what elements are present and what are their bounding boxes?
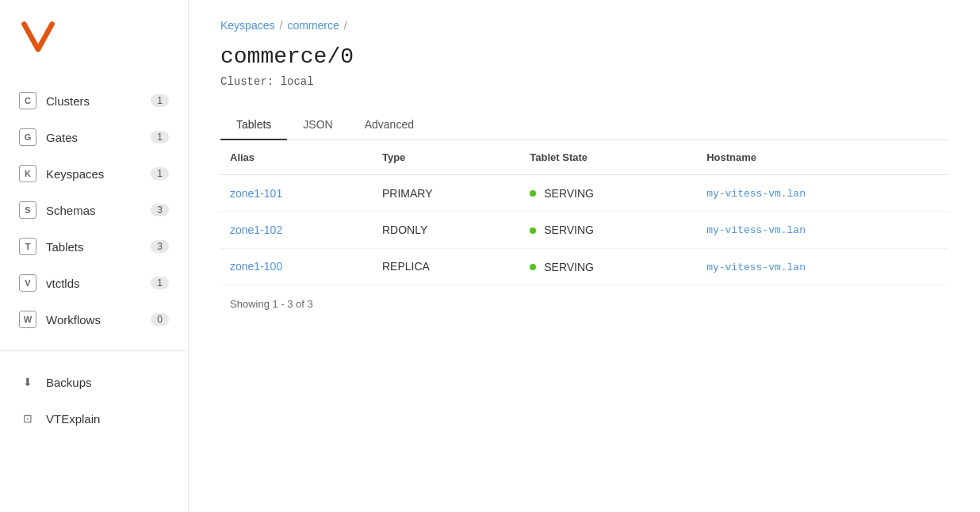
sidebar-item-clusters-label: Clusters	[46, 94, 90, 108]
cell-type-0: PRIMARY	[373, 175, 520, 212]
cell-state-0: SERVING	[520, 175, 697, 212]
clusters-badge: 1	[151, 94, 169, 107]
sidebar-item-backups-label: Backups	[46, 376, 92, 389]
breadcrumb-sep-2: /	[344, 19, 347, 32]
alias-link-0[interactable]: zone1-101	[230, 187, 282, 200]
tablets-icon: T	[19, 238, 36, 255]
sidebar-item-keyspaces-label: Keyspaces	[46, 167, 104, 181]
table-row: zone1-100 REPLICA SERVING my-vitess-vm.l…	[220, 248, 948, 285]
sidebar: C Clusters 1 G Gates 1 K Keyspaces 1 S S…	[0, 0, 189, 512]
tab-tablets[interactable]: Tablets	[220, 110, 287, 140]
cell-alias-2: zone1-100	[220, 248, 373, 285]
cell-state-2: SERVING	[520, 248, 697, 285]
serving-dot-1	[530, 227, 536, 234]
serving-text-0: SERVING	[544, 187, 594, 200]
hostname-link-1[interactable]: my-vitess-vm.lan	[706, 224, 806, 236]
hostname-link-0[interactable]: my-vitess-vm.lan	[706, 188, 806, 200]
tablets-table: Alias Type Tablet State Hostname zone1-1…	[220, 140, 948, 285]
breadcrumb-keyspaces[interactable]: Keyspaces	[220, 19, 274, 32]
sidebar-item-vtctlds-label: vtctlds	[46, 277, 80, 290]
sidebar-item-clusters[interactable]: C Clusters 1	[0, 82, 188, 119]
cluster-value: local	[281, 75, 314, 88]
col-hostname: Hostname	[697, 140, 948, 175]
serving-dot-0	[530, 190, 536, 197]
tabs: Tablets JSON Advanced	[220, 110, 948, 140]
breadcrumb-commerce[interactable]: commerce	[287, 19, 339, 32]
cell-alias-0: zone1-101	[220, 175, 373, 212]
cell-state-1: SERVING	[520, 212, 697, 248]
cell-type-2: REPLICA	[373, 248, 520, 285]
sidebar-item-keyspaces[interactable]: K Keyspaces 1	[0, 155, 188, 192]
sidebar-item-gates[interactable]: G Gates 1	[0, 119, 188, 155]
col-tablet-state: Tablet State	[520, 140, 697, 175]
gates-badge: 1	[151, 131, 169, 143]
backups-icon: ⬇	[19, 373, 36, 391]
cell-hostname-0: my-vitess-vm.lan	[697, 175, 948, 212]
sidebar-item-schemas-label: Schemas	[46, 204, 96, 217]
schemas-badge: 3	[151, 204, 169, 216]
col-type: Type	[373, 140, 520, 175]
cell-type-1: RDONLY	[373, 212, 520, 248]
tab-json[interactable]: JSON	[287, 110, 348, 140]
serving-dot-2	[530, 264, 536, 270]
sidebar-item-gates-label: Gates	[46, 131, 78, 144]
gates-icon: G	[19, 128, 36, 146]
vitess-logo	[19, 19, 57, 57]
sidebar-item-workflows[interactable]: W Workflows 0	[0, 301, 188, 338]
table-header-row: Alias Type Tablet State Hostname	[220, 140, 948, 175]
cluster-label: Cluster: local	[220, 75, 948, 88]
breadcrumb: Keyspaces / commerce /	[220, 19, 948, 32]
workflows-icon: W	[19, 311, 36, 328]
serving-text-2: SERVING	[544, 261, 594, 273]
clusters-icon: C	[19, 92, 36, 109]
cell-alias-1: zone1-102	[220, 212, 373, 248]
table-container: Alias Type Tablet State Hostname zone1-1…	[220, 140, 948, 310]
sidebar-divider	[0, 350, 188, 351]
col-alias: Alias	[220, 140, 373, 175]
vtctlds-icon: V	[19, 274, 36, 292]
sidebar-item-schemas[interactable]: S Schemas 3	[0, 192, 188, 228]
tablets-badge: 3	[151, 240, 169, 253]
vtexplain-icon: ⊡	[19, 410, 36, 427]
alias-link-2[interactable]: zone1-100	[230, 260, 282, 273]
page-title: commerce/0	[220, 44, 948, 69]
logo-area	[0, 0, 188, 82]
nav-items: C Clusters 1 G Gates 1 K Keyspaces 1 S S…	[0, 82, 188, 338]
showing-text: Showing 1 - 3 of 3	[220, 298, 948, 310]
main-content: Keyspaces / commerce / commerce/0 Cluste…	[189, 0, 980, 512]
cluster-prefix: Cluster:	[220, 75, 281, 88]
sidebar-item-tablets[interactable]: T Tablets 3	[0, 228, 188, 265]
hostname-link-2[interactable]: my-vitess-vm.lan	[706, 262, 806, 273]
tab-advanced[interactable]: Advanced	[349, 110, 430, 140]
sidebar-item-workflows-label: Workflows	[46, 313, 101, 327]
vtctlds-badge: 1	[151, 277, 169, 289]
sidebar-item-vtexplain[interactable]: ⊡ VTExplain	[0, 400, 188, 437]
workflows-badge: 0	[151, 313, 169, 326]
alias-link-1[interactable]: zone1-102	[230, 224, 282, 236]
table-row: zone1-101 PRIMARY SERVING my-vitess-vm.l…	[220, 175, 948, 212]
schemas-icon: S	[19, 201, 36, 219]
table-row: zone1-102 RDONLY SERVING my-vitess-vm.la…	[220, 212, 948, 248]
sidebar-item-vtexplain-label: VTExplain	[46, 412, 100, 426]
keyspaces-icon: K	[19, 165, 36, 182]
breadcrumb-sep-1: /	[279, 19, 282, 32]
serving-text-1: SERVING	[544, 224, 594, 237]
cell-hostname-2: my-vitess-vm.lan	[697, 248, 948, 285]
sidebar-item-vtctlds[interactable]: V vtctlds 1	[0, 265, 188, 301]
sidebar-item-backups[interactable]: ⬇ Backups	[0, 364, 188, 400]
keyspaces-badge: 1	[151, 167, 169, 180]
cell-hostname-1: my-vitess-vm.lan	[697, 212, 948, 248]
sidebar-item-tablets-label: Tablets	[46, 240, 84, 254]
